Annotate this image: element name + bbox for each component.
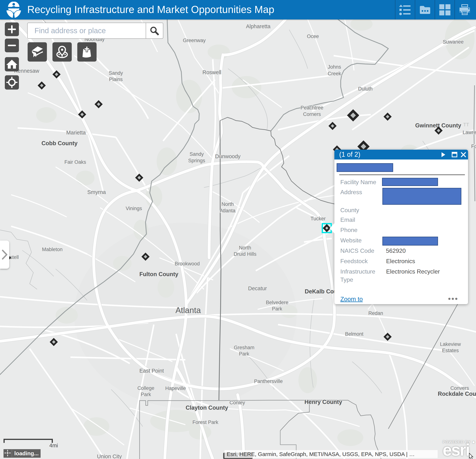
svg-text:Roswell: Roswell	[202, 69, 221, 75]
svg-text:Park: Park	[141, 392, 151, 397]
svg-text:Creek: Creek	[328, 71, 341, 76]
svg-text:Marietta: Marietta	[66, 130, 86, 136]
svg-text:Hapeville: Hapeville	[165, 386, 186, 391]
svg-text:Johns: Johns	[328, 64, 341, 70]
svg-text:Park: Park	[239, 351, 249, 357]
svg-text:Forest Park: Forest Park	[192, 419, 218, 425]
svg-text:Belvedere: Belvedere	[266, 300, 289, 305]
svg-text:Peachtree: Peachtree	[300, 105, 323, 111]
svg-text:Gresham: Gresham	[234, 345, 254, 350]
svg-text:Smyrna: Smyrna	[87, 189, 106, 195]
svg-text:4mi: 4mi	[49, 442, 58, 448]
svg-text:Greenway: Greenway	[183, 38, 206, 43]
svg-text:Fo: Fo	[471, 144, 476, 149]
svg-text:Suwanee: Suwanee	[443, 39, 464, 45]
svg-text:Clayton County: Clayton County	[186, 405, 228, 411]
svg-text:Redan: Redan	[368, 311, 383, 316]
svg-text:Ocee: Ocee	[307, 34, 319, 39]
svg-text:Plains: Plains	[109, 77, 123, 82]
svg-text:Conley: Conley	[230, 400, 245, 405]
svg-text:TT: TT	[463, 122, 469, 127]
svg-text:Corners: Corners	[303, 112, 321, 117]
svg-text:Druid Hills: Druid Hills	[234, 251, 256, 257]
svg-text:Decatur: Decatur	[248, 286, 267, 291]
svg-text:Mableton: Mableton	[42, 247, 62, 252]
svg-text:Vinings: Vinings	[126, 206, 142, 211]
svg-text:East Point: East Point	[139, 368, 164, 374]
svg-text:Brookwood: Brookwood	[175, 261, 200, 267]
svg-text:Panthersville: Panthersville	[254, 379, 283, 384]
svg-text:Atlanta: Atlanta	[220, 208, 236, 213]
svg-text:Duluth: Duluth	[358, 86, 373, 92]
svg-text:Alpharetta: Alpharetta	[246, 23, 271, 29]
svg-text:DeKalb Cou: DeKalb Cou	[305, 288, 337, 295]
svg-text:Tucker: Tucker	[310, 216, 326, 221]
svg-text:Belmont: Belmont	[345, 331, 364, 337]
svg-text:Sandy: Sandy	[190, 151, 204, 157]
svg-text:North: North	[239, 245, 251, 251]
svg-text:Rockdale Cou: Rockdale Cou	[438, 390, 476, 397]
svg-text:Fulton County: Fulton County	[139, 271, 178, 277]
svg-text:College: College	[137, 385, 154, 391]
svg-text:Sandy: Sandy	[109, 70, 123, 76]
svg-text:Estates: Estates	[442, 348, 459, 353]
svg-text:North: North	[221, 201, 234, 207]
svg-text:Union City: Union City	[97, 453, 122, 459]
svg-text:Dunwoody: Dunwoody	[215, 153, 241, 159]
svg-text:Park: Park	[272, 306, 282, 312]
svg-text:Springs: Springs	[188, 158, 205, 163]
svg-text:Atlanta: Atlanta	[176, 306, 201, 315]
svg-text:Lakeview: Lakeview	[440, 341, 461, 347]
svg-text:Henry County: Henry County	[304, 399, 342, 405]
svg-text:Cobb County: Cobb County	[42, 140, 78, 147]
svg-text:Fair Oaks: Fair Oaks	[64, 159, 86, 165]
svg-text:Lawre: Lawre	[463, 130, 476, 135]
svg-text:Convers: Convers	[450, 385, 469, 391]
